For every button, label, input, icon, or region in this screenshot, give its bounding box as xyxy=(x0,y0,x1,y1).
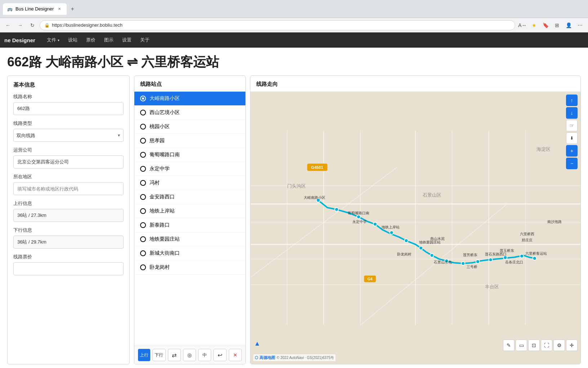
upward-info-label: 上行信息 xyxy=(13,200,124,207)
fare-input[interactable] xyxy=(13,262,124,275)
map-container[interactable]: G4501 G4 海淀区 门头沟区 石景山区 丰台区 xyxy=(250,92,580,364)
stop-name-label: 桃园小区 xyxy=(150,123,170,130)
upload-map-btn[interactable]: ↑ xyxy=(566,95,578,106)
svg-point-30 xyxy=(419,246,423,250)
menu-item-file[interactable]: 文件 ▾ xyxy=(43,34,64,46)
translate-button[interactable]: A↔ xyxy=(517,20,527,30)
svg-point-33 xyxy=(461,262,465,265)
stop-item[interactable]: 葡萄嘴路口南 xyxy=(134,148,245,162)
upward-btn[interactable]: 上行 xyxy=(138,349,150,361)
svg-text:G4501: G4501 xyxy=(311,165,323,170)
stop-name-label: 大峪南路小区 xyxy=(150,95,180,102)
stops-title: 线路站点 xyxy=(134,76,245,92)
rect-tool-btn[interactable]: ▭ xyxy=(516,339,527,351)
menu-item-station[interactable]: 设站 xyxy=(64,34,82,46)
tab-close-btn[interactable]: ✕ xyxy=(57,6,62,12)
stops-toolbar: 上行 下行 ⇄ ◎ 中 ↩ ✕ xyxy=(134,346,245,364)
settings-tool-btn[interactable]: ⚙ xyxy=(553,339,565,351)
fare-label: 线路票价 xyxy=(13,254,124,260)
svg-point-31 xyxy=(430,254,434,257)
center-btn[interactable]: 中 xyxy=(198,349,211,361)
route-name-input[interactable] xyxy=(13,102,124,115)
svg-text:丰台区: 丰台区 xyxy=(485,284,499,289)
location-btn[interactable]: ◎ xyxy=(183,349,196,361)
svg-text:南沙泡路: 南沙泡路 xyxy=(547,220,562,224)
amap-logo-text: ⬡ 高德地图 xyxy=(255,355,275,360)
swap-btn[interactable]: ⇄ xyxy=(168,349,181,361)
menu-bar: ne Designer 文件 ▾ 设站 票价 图示 设置 关于 xyxy=(0,32,588,48)
stop-name-label: 地铁上岸站 xyxy=(150,208,175,214)
download-map-btn[interactable]: ↓ xyxy=(566,107,578,119)
svg-text:卧龙岗村: 卧龙岗村 xyxy=(397,252,411,256)
select-tool-btn[interactable]: ⊡ xyxy=(528,339,540,351)
map-tools-right: ↑ ↓ ☞ ⬇ + − xyxy=(566,95,578,169)
route-type-group: 线路类型 单向线路双向线路环形线路 ▾ xyxy=(13,120,124,142)
address-input[interactable]: 🔒 https://buslinedesigner.bobliu.tech xyxy=(40,20,515,30)
settings-button[interactable]: ⋯ xyxy=(575,20,585,30)
stop-name-label: 地铁栗园庄站 xyxy=(150,236,180,242)
zoom-out-map-btn[interactable]: − xyxy=(566,158,578,169)
menu-item-display[interactable]: 图示 xyxy=(100,34,118,46)
bookmark-button[interactable]: ★ xyxy=(529,20,539,30)
crosshair-tool-btn[interactable]: ✛ xyxy=(566,339,578,351)
undo-btn[interactable]: ↩ xyxy=(213,349,226,361)
stop-name-label: 金安路西口 xyxy=(150,194,175,200)
app-container: ne Designer 文件 ▾ 设站 票价 图示 设置 关于 662路 大峪南… xyxy=(0,32,588,368)
svg-point-36 xyxy=(503,256,507,259)
back-button[interactable]: ← xyxy=(3,20,13,30)
stop-name-label: 新泰路口 xyxy=(150,222,170,228)
new-tab-button[interactable]: + xyxy=(68,5,77,13)
stop-item[interactable]: 新城大街南口 xyxy=(134,246,245,260)
svg-text:G4: G4 xyxy=(368,277,373,281)
menu-item-about[interactable]: 关于 xyxy=(136,34,154,46)
company-input[interactable] xyxy=(13,155,124,168)
forward-button[interactable]: → xyxy=(15,20,25,30)
downward-btn[interactable]: 下行 xyxy=(152,349,165,361)
browser-chrome: 🚌 Bus Line Designer ✕ + xyxy=(0,0,588,18)
stop-item[interactable]: 新泰路口 xyxy=(134,218,245,232)
stop-item[interactable]: 卧龙岗村 xyxy=(134,260,245,275)
stop-radio-icon xyxy=(140,264,146,270)
stop-item[interactable]: 金安路西口 xyxy=(134,190,245,204)
stop-item[interactable]: 永定中学 xyxy=(134,162,245,176)
menu-item-settings[interactable]: 设置 xyxy=(118,34,136,46)
svg-text:三号桥: 三号桥 xyxy=(467,265,477,269)
pointer-map-btn[interactable]: ☞ xyxy=(566,120,578,131)
zoom-in-map-btn[interactable]: + xyxy=(566,145,578,157)
profile-button[interactable]: 👤 xyxy=(564,20,574,30)
delete-btn[interactable]: ✕ xyxy=(229,349,242,361)
stop-item[interactable]: 西山艺境小区 xyxy=(134,106,245,120)
fare-group: 线路票价 xyxy=(13,254,124,275)
svg-point-38 xyxy=(533,257,536,260)
svg-text:门头沟区: 门头沟区 xyxy=(287,183,306,189)
stop-item[interactable]: 地铁上岸站 xyxy=(134,204,245,218)
page-title-bar: 662路 大峪南路小区 ⇌ 六里桥客运站 xyxy=(0,48,588,75)
refresh-button[interactable]: ↻ xyxy=(27,20,37,30)
fullscreen-tool-btn[interactable]: ⛶ xyxy=(541,339,552,351)
stop-name-label: 新城大街南口 xyxy=(150,250,180,257)
downward-info-value: 36站 / 29.7km xyxy=(13,236,124,249)
route-type-select[interactable]: 单向线路双向线路环形线路 xyxy=(13,129,124,142)
browser-tab[interactable]: 🚌 Bus Line Designer ✕ xyxy=(3,3,67,15)
stops-list: 大峪南路小区西山艺境小区桃园小区慈孝园葡萄嘴路口南永定中学冯村金安路西口地铁上岸… xyxy=(134,92,245,346)
tab-bar: 🚌 Bus Line Designer ✕ + xyxy=(3,3,585,15)
add-bookmark-button[interactable]: 🔖 xyxy=(540,20,551,30)
stop-radio-icon xyxy=(140,208,146,214)
svg-point-37 xyxy=(520,254,524,258)
stop-name-label: 葡萄嘴路口南 xyxy=(150,152,180,158)
map-svg: G4501 G4 海淀区 门头沟区 石景山区 丰台区 xyxy=(250,92,580,364)
draw-tool-btn[interactable]: ✎ xyxy=(503,339,514,351)
stop-item[interactable]: 桃园小区 xyxy=(134,120,245,134)
save-map-btn[interactable]: ⬇ xyxy=(566,132,578,144)
stop-item[interactable]: 慈孝园 xyxy=(134,134,245,148)
svg-text:岳各庄北口: 岳各庄北口 xyxy=(505,260,523,264)
stop-item[interactable]: 冯村 xyxy=(134,176,245,190)
menu-item-fare[interactable]: 票价 xyxy=(82,34,100,46)
stop-radio-icon xyxy=(140,194,146,200)
map-title: 线路走向 xyxy=(250,76,580,92)
stop-item[interactable]: 地铁栗园庄站 xyxy=(134,232,245,246)
extensions-button[interactable]: ⊞ xyxy=(552,20,562,30)
stop-item[interactable]: 大峪南路小区 xyxy=(134,92,245,106)
region-input[interactable] xyxy=(13,182,124,195)
svg-text:海淀区: 海淀区 xyxy=(536,146,551,152)
